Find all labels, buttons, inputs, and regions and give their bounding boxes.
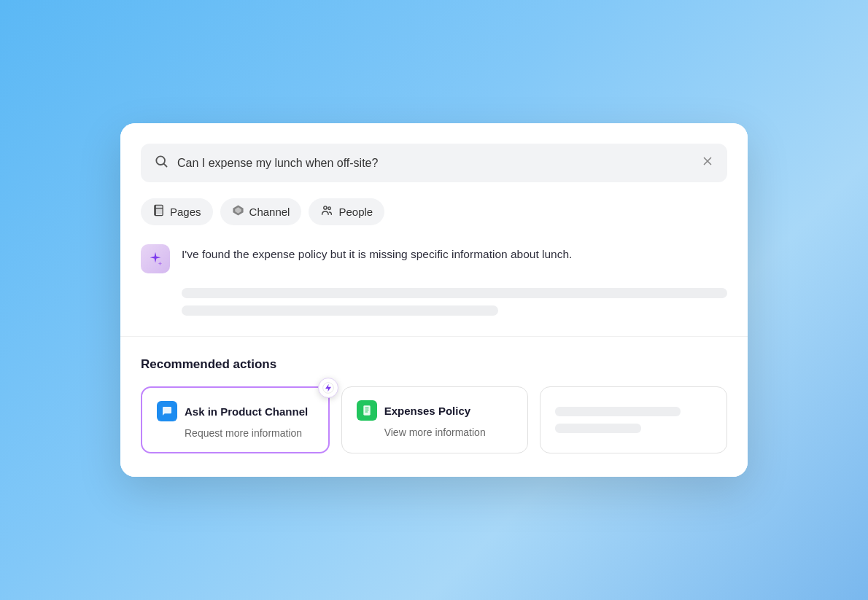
action-card-policy[interactable]: Expenses Policy View more information [341,386,529,453]
main-card: Can I expense my lunch when off-site? Pa… [120,123,748,477]
skeleton-line-2 [555,424,641,433]
svg-point-7 [328,207,331,210]
channel-card-title: Ask in Product Channel [185,405,308,418]
filter-people-label: People [338,206,373,218]
filter-pills: Pages Channel [141,198,727,225]
policy-card-icon [357,400,377,421]
recommended-actions-title: Recommended actions [141,357,727,372]
action-cards-list: Ask in Product Channel Request more info… [141,386,727,453]
ai-response-text: I've found the expense policy but it is … [182,244,572,263]
skeleton-bar-2 [182,305,498,316]
search-bar[interactable]: Can I expense my lunch when off-site? [141,144,727,182]
top-panel: Can I expense my lunch when off-site? Pa… [120,123,748,336]
action-card-skeleton [540,386,727,453]
ai-avatar [141,244,170,273]
recommended-actions-panel: Recommended actions Ask in Product Chann… [120,336,748,477]
search-icon [154,154,168,172]
action-card-channel-header: Ask in Product Channel [157,401,314,421]
pages-icon [152,204,165,219]
channel-card-icon [157,401,177,421]
policy-card-title: Expenses Policy [384,405,470,417]
filter-channel-label: Channel [249,206,290,218]
policy-card-subtitle: View more information [384,426,514,438]
skeleton-loading [182,288,727,316]
action-card-policy-header: Expenses Policy [357,400,514,421]
ai-response: I've found the expense policy but it is … [141,244,727,273]
filter-pages-label: Pages [170,206,201,218]
channel-card-subtitle: Request more information [185,427,314,439]
skeleton-line-1 [555,407,681,416]
filter-channel[interactable]: Channel [220,198,302,225]
floating-badge [318,378,338,398]
action-card-channel[interactable]: Ask in Product Channel Request more info… [141,386,330,453]
svg-line-1 [164,164,167,167]
people-icon [320,204,333,219]
search-close-button[interactable] [701,155,714,171]
search-query-text: Can I expense my lunch when off-site? [177,157,692,170]
svg-rect-9 [363,405,370,415]
filter-pages[interactable]: Pages [141,198,213,225]
skeleton-bar-1 [182,288,727,298]
filter-people[interactable]: People [309,198,384,225]
svg-point-6 [324,206,327,209]
channel-filter-icon [232,204,244,219]
